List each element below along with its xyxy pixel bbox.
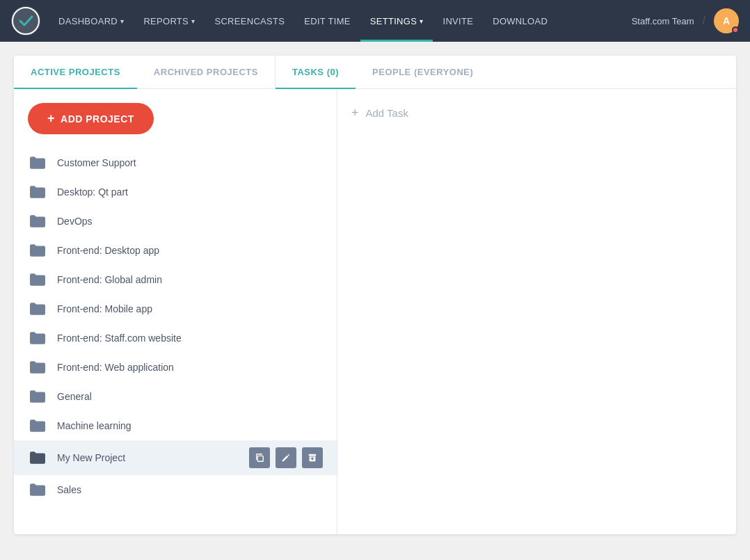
tab-archived-projects[interactable]: Archived Projects <box>137 56 275 88</box>
folder-icon <box>28 243 47 258</box>
add-project-button[interactable]: + ADD PROJECT <box>28 103 154 134</box>
folder-icon <box>28 330 47 346</box>
add-task-label: Add Task <box>366 107 408 119</box>
list-item[interactable]: Front-end: Global admin <box>14 265 337 294</box>
plus-icon: + <box>47 111 55 126</box>
tab-tasks[interactable]: Tasks (0) <box>275 56 356 88</box>
edit-project-button[interactable] <box>276 447 296 468</box>
folder-icon <box>28 418 47 433</box>
right-panel: + Add Task <box>337 89 736 534</box>
svg-rect-3 <box>309 454 317 456</box>
edit-icon <box>281 453 291 463</box>
team-name: Staff.com Team <box>632 16 694 26</box>
nav-items: Dashboard ▾ Reports ▾ Screencasts Edit T… <box>49 0 632 42</box>
project-actions <box>249 447 323 468</box>
main-content: Active Projects Archived Projects Tasks … <box>0 42 750 560</box>
nav-separator: / <box>703 15 705 27</box>
logo[interactable] <box>11 6 40 35</box>
list-item[interactable]: Sales <box>14 475 337 504</box>
main-card: Active Projects Archived Projects Tasks … <box>14 56 736 534</box>
list-item[interactable]: General <box>14 382 337 411</box>
nav-right: Staff.com Team / A <box>632 8 739 33</box>
nav-item-download[interactable]: Download <box>483 0 557 42</box>
nav-item-invite[interactable]: Invite <box>433 0 483 42</box>
folder-icon <box>28 482 47 497</box>
chevron-down-icon: ▾ <box>191 17 195 25</box>
list-item-selected[interactable]: My New Project <box>14 440 337 475</box>
content-area: + ADD PROJECT Customer Support <box>14 89 736 534</box>
copy-icon <box>255 453 264 463</box>
svg-point-0 <box>11 6 40 35</box>
copy-project-button[interactable] <box>249 447 270 468</box>
list-item[interactable]: Desktop: Qt part <box>14 177 337 207</box>
list-item[interactable]: Machine learning <box>14 411 337 440</box>
avatar[interactable]: A <box>714 8 739 33</box>
list-item[interactable]: Front-end: Staff.com website <box>14 323 337 353</box>
folder-icon <box>28 360 47 375</box>
svg-rect-2 <box>257 456 263 461</box>
list-item[interactable]: Front-end: Desktop app <box>14 236 337 265</box>
project-list-scroll[interactable]: Customer Support Desktop: Qt part <box>14 148 337 504</box>
nav-item-edit-time[interactable]: Edit Time <box>294 0 360 42</box>
chevron-down-icon: ▾ <box>120 17 124 25</box>
project-list: Customer Support Desktop: Qt part <box>14 148 337 504</box>
navbar: Dashboard ▾ Reports ▾ Screencasts Edit T… <box>0 0 750 42</box>
folder-icon <box>28 272 47 287</box>
folder-icon <box>28 155 47 170</box>
folder-icon <box>28 450 47 465</box>
folder-icon <box>28 184 47 200</box>
archive-project-button[interactable] <box>302 447 323 468</box>
list-item[interactable]: Front-end: Web application <box>14 353 337 382</box>
tab-active-projects[interactable]: Active Projects <box>14 56 137 88</box>
avatar-notification-dot <box>732 26 739 33</box>
folder-icon <box>28 301 47 317</box>
left-panel: + ADD PROJECT Customer Support <box>14 89 337 534</box>
add-task-row[interactable]: + Add Task <box>351 103 722 123</box>
archive-icon <box>308 453 317 463</box>
list-item[interactable]: Front-end: Mobile app <box>14 294 337 323</box>
folder-icon <box>28 214 47 229</box>
list-item[interactable]: Customer Support <box>14 148 337 177</box>
nav-item-screencasts[interactable]: Screencasts <box>205 0 294 42</box>
tabs-row: Active Projects Archived Projects Tasks … <box>14 56 736 89</box>
chevron-down-icon: ▾ <box>420 17 423 25</box>
list-item[interactable]: DevOps <box>14 207 337 236</box>
nav-item-dashboard[interactable]: Dashboard ▾ <box>49 0 134 42</box>
nav-item-reports[interactable]: Reports ▾ <box>134 0 205 42</box>
tab-people[interactable]: People (Everyone) <box>356 56 490 88</box>
folder-icon <box>28 389 47 404</box>
nav-item-settings[interactable]: Settings ▾ <box>360 0 433 42</box>
plus-icon: + <box>351 106 359 120</box>
